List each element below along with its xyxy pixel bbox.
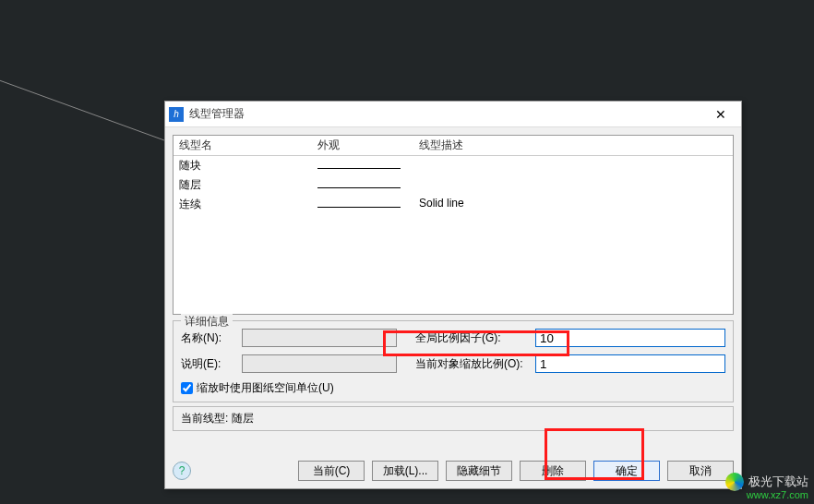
list-row[interactable]: 连续 Solid line bbox=[174, 195, 733, 214]
cancel-button[interactable]: 取消 bbox=[667, 461, 734, 481]
button-row: ? 当前(C) 加载(L)... 隐藏细节 删除 确定 取消 bbox=[173, 461, 734, 481]
list-row[interactable]: 随块 bbox=[174, 156, 733, 175]
close-button[interactable]: ✕ bbox=[704, 103, 737, 126]
list-header: 线型名 外观 线型描述 bbox=[174, 136, 733, 156]
watermark-text1: 极光下载站 bbox=[748, 474, 808, 488]
row-desc bbox=[419, 158, 727, 174]
list-row[interactable]: 随层 bbox=[174, 175, 733, 195]
dialog-title: 线型管理器 bbox=[189, 106, 704, 122]
current-linetype-row: 当前线型: 随层 bbox=[173, 406, 734, 431]
row-appearance bbox=[317, 177, 419, 193]
name-label: 名称(N): bbox=[181, 330, 242, 346]
row-name: 连续 bbox=[179, 197, 317, 212]
details-group: 详细信息 名称(N): 全局比例因子(G): 说明(E): 当前对象缩放比例(O… bbox=[173, 320, 734, 402]
row-desc bbox=[419, 177, 727, 193]
svg-line-0 bbox=[0, 74, 185, 148]
current-scale-input[interactable] bbox=[535, 354, 725, 373]
row-name: 随块 bbox=[179, 158, 317, 174]
titlebar: h 线型管理器 ✕ bbox=[165, 102, 741, 127]
desc-label: 说明(E): bbox=[181, 356, 242, 372]
current-linetype-label: 当前线型: bbox=[181, 412, 228, 425]
header-name: 线型名 bbox=[179, 138, 317, 153]
details-label: 详细信息 bbox=[181, 314, 233, 330]
use-paperspace-checkbox[interactable] bbox=[181, 382, 193, 394]
app-icon: h bbox=[169, 107, 184, 122]
desc-input[interactable] bbox=[242, 354, 397, 373]
row-appearance bbox=[317, 197, 419, 212]
row-appearance bbox=[317, 158, 419, 174]
current-scale-label: 当前对象缩放比例(O): bbox=[415, 356, 535, 372]
header-description: 线型描述 bbox=[419, 138, 727, 153]
ok-button[interactable]: 确定 bbox=[593, 461, 660, 481]
load-button[interactable]: 加载(L)... bbox=[372, 461, 438, 481]
watermark-text2: www.xz7.com bbox=[725, 489, 808, 500]
current-button[interactable]: 当前(C) bbox=[298, 461, 365, 481]
global-scale-input[interactable] bbox=[535, 329, 725, 347]
current-linetype-value: 随层 bbox=[232, 412, 254, 425]
row-name: 随层 bbox=[179, 177, 317, 193]
linetype-manager-dialog: h 线型管理器 ✕ 线型名 外观 线型描述 随块 随层 连续 Solid lin… bbox=[164, 101, 742, 489]
use-paperspace-label: 缩放时使用图纸空间单位(U) bbox=[197, 380, 334, 396]
global-scale-label: 全局比例因子(G): bbox=[415, 330, 535, 346]
delete-button[interactable]: 删除 bbox=[520, 461, 586, 481]
hide-details-button[interactable]: 隐藏细节 bbox=[446, 461, 512, 481]
name-input[interactable] bbox=[242, 329, 397, 347]
help-button[interactable]: ? bbox=[173, 462, 191, 480]
header-appearance: 外观 bbox=[317, 138, 419, 153]
row-desc: Solid line bbox=[419, 197, 727, 212]
linetype-list[interactable]: 线型名 外观 线型描述 随块 随层 连续 Solid line bbox=[173, 135, 734, 315]
